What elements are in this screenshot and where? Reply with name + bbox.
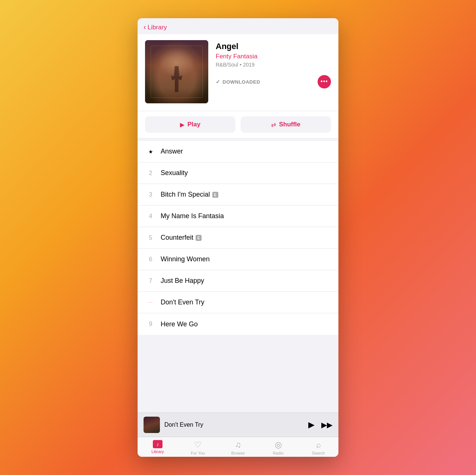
search-icon: ⌕ — [316, 440, 321, 450]
play-pause-button[interactable]: ▶ — [308, 420, 315, 430]
track-number: ··· — [145, 300, 156, 304]
track-item[interactable]: 3Bitch I'm SpecialE — [138, 184, 338, 206]
track-number: 4 — [145, 213, 156, 220]
forward-button[interactable]: ▶▶ — [321, 420, 332, 429]
track-item[interactable]: ···Don't Even Try — [138, 292, 338, 313]
album-header: Angel Fenty Fantasia R&B/Soul • 2019 ✓ D… — [138, 34, 338, 111]
track-number: 7 — [145, 278, 156, 284]
tab-for-you-label: For You — [191, 451, 205, 455]
more-icon: ••• — [321, 78, 328, 85]
back-bar: ‹ Library — [138, 18, 338, 34]
track-title: CounterfeitE — [161, 234, 202, 242]
tab-browse[interactable]: ♫ Browse — [218, 440, 258, 455]
track-title: My Name Is Fantasia — [161, 212, 224, 220]
shuffle-button[interactable]: ⇄ Shuffle — [241, 116, 331, 133]
action-buttons: ▶ Play ⇄ Shuffle — [138, 111, 338, 138]
track-title: Just Be Happy — [161, 277, 204, 285]
track-item[interactable]: 2Sexuality — [138, 162, 338, 184]
check-icon: ✓ — [216, 79, 221, 85]
now-playing-controls: ▶ ▶▶ — [308, 420, 332, 430]
track-title: Answer — [161, 148, 183, 155]
track-number: 6 — [145, 256, 156, 263]
track-item[interactable]: 4My Name Is Fantasia — [138, 206, 338, 227]
track-item[interactable]: 9Here We Go — [138, 313, 338, 335]
tab-radio-label: Radio — [273, 451, 284, 455]
tab-library-label: Library — [151, 449, 164, 454]
track-number: 3 — [145, 191, 156, 198]
track-title: Bitch I'm SpecialE — [161, 191, 218, 198]
play-icon: ▶ — [180, 121, 184, 128]
track-title: Winning Women — [161, 255, 210, 263]
download-row: ✓ DOWNLOADED ••• — [216, 75, 331, 88]
track-item[interactable]: 6Winning Women — [138, 249, 338, 270]
track-item[interactable]: ★Answer — [138, 141, 338, 162]
more-button[interactable]: ••• — [318, 75, 331, 88]
track-title: Sexuality — [161, 169, 188, 177]
now-playing-title: Don't Even Try — [164, 421, 304, 428]
album-title: Angel — [216, 42, 331, 51]
tab-radio[interactable]: ◎ Radio — [258, 440, 298, 455]
explicit-badge: E — [212, 192, 218, 198]
shuffle-label: Shuffle — [279, 121, 300, 128]
track-number: ★ — [145, 149, 156, 155]
now-playing-art — [144, 417, 160, 433]
play-label: Play — [187, 121, 200, 128]
album-art — [145, 40, 208, 103]
back-chevron-icon: ‹ — [144, 23, 146, 31]
explicit-badge: E — [196, 235, 202, 241]
track-title: Here We Go — [161, 320, 198, 328]
tab-search[interactable]: ⌕ Search — [298, 440, 338, 455]
track-title: Don't Even Try — [161, 298, 204, 306]
track-number: 9 — [145, 321, 156, 327]
back-label: Library — [148, 24, 167, 31]
album-artist: Fenty Fantasia — [216, 53, 331, 60]
heart-icon: ♡ — [194, 440, 202, 450]
shuffle-icon: ⇄ — [271, 121, 276, 128]
track-list: ★Answer2Sexuality3Bitch I'm SpecialE4My … — [138, 141, 338, 335]
downloaded-badge: ✓ DOWNLOADED — [216, 79, 260, 85]
downloaded-label: DOWNLOADED — [223, 79, 260, 85]
album-meta: R&B/Soul • 2019 — [216, 62, 331, 68]
library-icon-inner: ♪ — [157, 441, 159, 447]
tab-bar: ♪ Library ♡ For You ♫ Browse ◎ Radio ⌕ S… — [138, 437, 338, 457]
play-button[interactable]: ▶ Play — [145, 116, 235, 133]
back-button[interactable]: ‹ Library — [144, 23, 332, 31]
track-number: 2 — [145, 170, 156, 177]
browse-icon: ♫ — [235, 440, 241, 450]
tab-library[interactable]: ♪ Library — [138, 440, 178, 455]
track-item[interactable]: 5CounterfeitE — [138, 227, 338, 249]
tab-for-you[interactable]: ♡ For You — [178, 440, 218, 455]
album-info: Angel Fenty Fantasia R&B/Soul • 2019 ✓ D… — [216, 40, 331, 88]
tab-search-label: Search — [312, 451, 325, 455]
tab-browse-label: Browse — [231, 451, 245, 455]
now-playing-bar[interactable]: Don't Even Try ▶ ▶▶ — [138, 413, 338, 437]
radio-icon: ◎ — [275, 440, 282, 450]
track-number: 5 — [145, 235, 156, 241]
track-item[interactable]: 7Just Be Happy — [138, 270, 338, 292]
library-icon: ♪ — [153, 440, 163, 448]
